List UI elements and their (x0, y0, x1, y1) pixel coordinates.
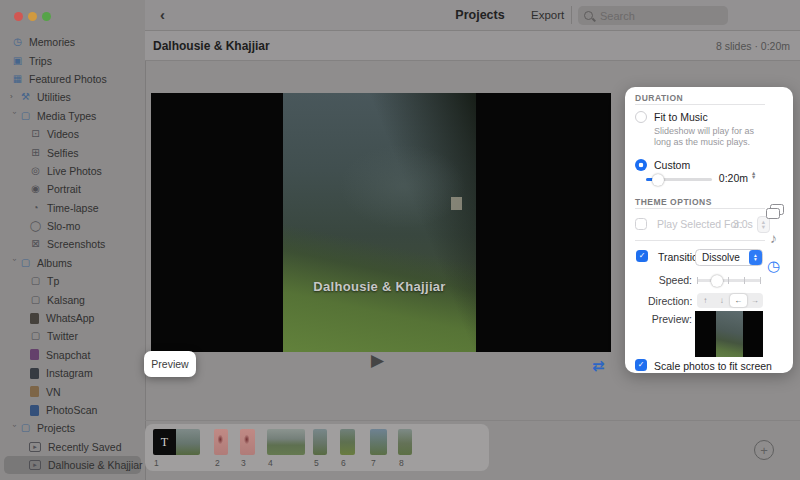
export-button[interactable]: Export (531, 9, 564, 21)
dalhousie-khajjiar-icon: ▸ (29, 460, 41, 470)
disclosure-chevron-icon[interactable]: › (10, 92, 18, 101)
direction-left-button[interactable]: ← (730, 294, 747, 307)
search-field[interactable] (578, 6, 728, 25)
duration-value: 0:20m (714, 172, 748, 184)
stepper-down-icon[interactable]: ▾ (762, 225, 765, 229)
loop-button[interactable]: ⇄ (592, 357, 605, 375)
search-input[interactable] (598, 9, 712, 23)
project-header-bar: Dalhousie & Khajjiar 8 slides · 0:20m (145, 31, 800, 61)
slide-thumbnail[interactable] (214, 429, 228, 455)
projects-icon: ▢ (19, 423, 32, 433)
direction-down-button[interactable]: ↓ (714, 293, 731, 308)
sidebar-item-kalsang[interactable]: ▢Kalsang (0, 290, 145, 308)
music-icon[interactable]: ♪ (770, 230, 777, 246)
sidebar-item-featured-photos[interactable]: ▦Featured Photos (0, 70, 145, 88)
direction-control: ↑↓←→ (697, 293, 763, 308)
sidebar-item-label: Media Types (37, 110, 96, 122)
sidebar-item-portrait[interactable]: ◉Portrait (0, 180, 145, 198)
sidebar-item-selfies[interactable]: ⊞Selfies (0, 143, 145, 161)
duration-timer-icon[interactable]: ◷ (767, 257, 780, 275)
filmstrip-slide-8[interactable]: 8 (398, 429, 412, 455)
filmstrip-slide-5[interactable]: 5 (313, 429, 327, 455)
sidebar-item-utilities[interactable]: ›⚒Utilities (0, 88, 145, 106)
sidebar-item-whatsapp[interactable]: WhatsApp (0, 309, 145, 327)
close-window-button[interactable] (14, 12, 23, 21)
transition-dropdown[interactable]: Dissolve ▴ ▾ (695, 249, 763, 266)
sidebar-item-label: Instagram (46, 367, 93, 379)
preview-button[interactable]: Preview (151, 358, 188, 370)
utilities-icon: ⚒ (19, 92, 32, 102)
sidebar-item-snapchat[interactable]: Snapchat (0, 346, 145, 364)
custom-duration-radio[interactable] (635, 159, 647, 171)
transition-checkbox[interactable]: ✓ (636, 250, 648, 262)
slide-thumbnail[interactable] (398, 429, 412, 455)
filmstrip-slide-4[interactable]: 4 (267, 429, 305, 455)
direction-right-button[interactable]: → (747, 293, 764, 308)
stepper-down-icon[interactable]: ▾ (752, 175, 755, 179)
sidebar-item-memories[interactable]: ◷Memories (0, 33, 145, 51)
slide-thumbnail[interactable] (313, 429, 327, 455)
sidebar-item-label: Kalsang (47, 294, 85, 306)
sidebar-item-label: Twitter (47, 330, 78, 342)
sidebar-item-media-types[interactable]: ›▢Media Types (0, 107, 145, 125)
filmstrip-slide-6[interactable]: 6 (340, 429, 355, 455)
sidebar-item-live-photos[interactable]: ◎Live Photos (0, 162, 145, 180)
slide-thumbnail[interactable]: T (153, 429, 200, 455)
sidebar-item-label: Portrait (47, 183, 81, 195)
filmstrip-slide-1[interactable]: T1 (153, 429, 200, 455)
zoom-window-button[interactable] (42, 12, 51, 21)
photos-app-window: ◷Memories▣Trips▦Featured Photos›⚒Utiliti… (0, 0, 800, 480)
sidebar-item-projects[interactable]: ›▢Projects (0, 419, 145, 437)
sidebar-item-label: Slo-mo (47, 220, 80, 232)
slide-number: 6 (341, 458, 346, 468)
disclosure-chevron-icon[interactable]: › (10, 259, 19, 267)
sidebar-item-trips[interactable]: ▣Trips (0, 51, 145, 69)
sidebar-item-instagram[interactable]: Instagram (0, 364, 145, 382)
sidebar-item-twitter[interactable]: ▢Twitter (0, 327, 145, 345)
sidebar-item-photoscan[interactable]: PhotoScan (0, 401, 145, 419)
tp-icon: ▢ (29, 276, 42, 286)
duration-slider[interactable] (646, 178, 712, 181)
snapchat-thumbnail-icon (30, 349, 39, 360)
photo-building-detail (451, 197, 462, 210)
sidebar-item-slo-mo[interactable]: ◯Slo-mo (0, 217, 145, 235)
play-selected-checkbox[interactable] (635, 218, 647, 230)
speed-slider-knob[interactable] (711, 275, 723, 287)
duration-slider-knob[interactable] (652, 174, 664, 186)
direction-up-button[interactable]: ↑ (697, 293, 714, 308)
slide-number: 7 (371, 458, 376, 468)
disclosure-chevron-icon[interactable]: › (10, 424, 19, 432)
filmstrip-slide-3[interactable]: 3 (240, 429, 255, 455)
sidebar-item-screenshots[interactable]: ⊠Screenshots (0, 235, 145, 253)
scale-photos-checkbox[interactable]: ✓ (635, 359, 647, 371)
sidebar-item-vn[interactable]: VN (0, 382, 145, 400)
sidebar-item-videos[interactable]: ⊡Videos (0, 125, 145, 143)
checkmark-icon: ✓ (638, 361, 645, 369)
sidebar-item-recently-saved[interactable]: ▸Recently Saved (0, 438, 145, 456)
themes-icon[interactable] (770, 204, 784, 215)
sidebar-item-tp[interactable]: ▢Tp (0, 272, 145, 290)
search-icon (584, 11, 593, 20)
filmstrip: T12345678 (145, 424, 489, 471)
sidebar-item-albums[interactable]: ›▢Albums (0, 254, 145, 272)
back-button[interactable]: ‹ (160, 6, 165, 23)
duration-stepper[interactable]: ▴ ▾ (752, 171, 755, 179)
filmstrip-slide-2[interactable]: 2 (214, 429, 228, 455)
add-slide-button[interactable]: + (754, 440, 774, 460)
slide-thumbnail[interactable] (370, 429, 387, 455)
sidebar-item-label: Trips (29, 55, 52, 67)
speed-slider[interactable] (697, 279, 761, 282)
fit-to-music-radio[interactable] (635, 111, 647, 123)
slide-thumbnail[interactable] (240, 429, 255, 455)
play-selected-value: 3.0s (733, 218, 753, 230)
slide-thumbnail[interactable] (267, 429, 305, 455)
sidebar-item-time-lapse[interactable]: ◔Time-lapse (0, 199, 145, 217)
disclosure-chevron-icon[interactable]: › (10, 112, 19, 120)
minimize-window-button[interactable] (28, 12, 37, 21)
duration-section-header: DURATION (635, 93, 683, 103)
sidebar-item-dalhousie-khajjiar[interactable]: ▸Dalhousie & Khajjiar (0, 456, 145, 474)
filmstrip-slide-7[interactable]: 7 (370, 429, 387, 455)
kalsang-icon: ▢ (29, 295, 42, 305)
slide-thumbnail[interactable] (340, 429, 355, 455)
play-button[interactable]: ▶ (371, 352, 384, 369)
